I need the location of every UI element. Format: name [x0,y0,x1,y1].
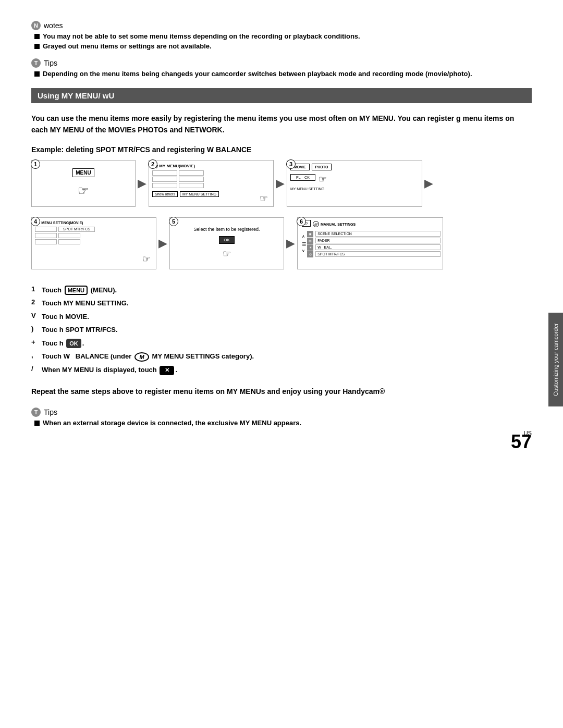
bullet-icon [34,44,40,49]
nav-up: ∧ [302,235,306,239]
arrow-icon-2: ▶ [274,177,287,190]
step1-content: MENU ☞ [72,168,94,198]
steps-row-1: 1 MENU ☞ ▶ 2 My MY MENU(MOVIE) Show othe… [31,160,532,207]
notes-text-1: You may not be able to set some menu ite… [43,32,360,40]
x-badge: ✕ [160,366,174,375]
instr-item-1: 1 Touch MENU (MENU). [31,285,532,295]
step2-rows [152,170,270,188]
step5-hand-icon: ☞ [223,248,231,260]
step3-hand-icon: ☞ [319,174,327,185]
step-number-4: 4 [31,217,40,226]
step-2: 2 My MY MENU(MOVIE) Show others MY MENU … [149,160,274,207]
playback-btn[interactable]: PL CK [290,174,315,181]
notes-item-1: You may not be able to set some menu ite… [34,32,532,40]
step-6: 6 ⊃ M MANUAL SETTINGS ∧ ≡ ∨ [297,217,443,269]
instr-num-6: , [31,351,39,359]
instr-text-3: Touc h MOVIE. [42,312,89,322]
tips-item-1: Depending on the menu items being change… [34,70,532,78]
step4-cell [35,239,57,244]
instr-num-3: V [31,312,39,319]
instr-item-3: V Touc h MOVIE. [31,312,532,322]
bullet-icon [34,71,40,77]
instr-text-4: Touc h SPOT MTR/FCS. [42,325,118,335]
arrow-icon-4: ▶ [156,237,169,250]
step6-right: ▣ SCENE SELECTION ▤ FADER ☀ W BAL. [307,231,440,257]
tips-icon-2: T [31,408,41,417]
arrow-icon-3: ▶ [422,177,435,190]
nav-down: ∨ [302,249,306,253]
instr-item-6: , Touch W BALANCE (under M MY MENU SETTI… [31,351,532,362]
m-badge: M [313,221,319,227]
ok-button[interactable]: OK [219,236,235,244]
tips-text-1: Depending on the menu items being change… [43,70,472,78]
bullet-icon [34,421,40,426]
repeat-paragraph: Repeat the same steps above to register … [31,386,532,397]
step-number-6: 6 [297,217,306,226]
step4-cell [58,233,80,238]
instr-text-5: Touc h OK. [42,338,84,349]
step4-spot-cell: SPOT MTR/FCS [58,227,95,232]
side-tab-text: Customizing your camcorder [553,323,559,396]
instr-item-4: ) Touc h SPOT MTR/FCS. [31,325,532,335]
instr-num-1: 1 [31,285,39,293]
example-heading: Example: deleting SPOT MTR/FCS and regis… [31,145,532,154]
step2-inner: My MY MENU(MOVIE) Show others MY MENU SE… [149,161,273,197]
icon-fader: ▤ [307,238,313,244]
step5-text: Select the item to be registered. [193,227,260,232]
step6-inner: ⊃ M MANUAL SETTINGS ∧ ≡ ∨ [298,218,443,260]
instr-text-6: Touch W BALANCE (under M MY MENU SETTING… [42,351,254,362]
step4-cell [35,233,57,238]
icon-scene: ▣ [307,231,313,237]
arrow-icon-5: ▶ [284,237,297,250]
step6-left: ∧ ≡ ∨ [302,231,306,257]
notes-item-2: Grayed out menu items or settings are no… [34,42,532,50]
tips-header-2: T Tips [31,408,532,417]
page-number: 57 [511,431,532,453]
m-circle-badge: M [134,352,149,362]
section-heading: Using MY MENU/ wU [31,88,532,103]
photo-tab[interactable]: PHOTO [312,164,332,170]
step4-title: MY MENU SETTING(MOVIE) [35,221,153,225]
instr-num-2: 2 [31,298,39,306]
instructions-list: 1 Touch MENU (MENU). 2 Touch MY MENU SET… [31,285,532,375]
instr-item-5: + Touc h OK. [31,338,532,349]
hand-pointer-icon: ☞ [78,183,89,198]
my-menu-setting-button[interactable]: MY MENU SETTING [180,191,219,197]
step4-hand-icon: ☞ [142,253,151,265]
step2-buttons: Show others MY MENU SETTING [152,191,270,197]
icon-spot: ◎ [307,251,313,257]
ok-badge: OK [66,339,81,348]
steps-row-2: 4 MY MENU SETTING(MOVIE) SPOT MTR/FCS [31,217,532,269]
step-number-1: 1 [31,159,40,169]
step4-cell [58,239,80,244]
tips-header: T Tips [31,58,532,68]
step6-content: ∧ ≡ ∨ ▣ SCENE SELECTION ▤ FADER [302,231,440,257]
step5-inner: Select the item to be registered. OK ☞ [193,227,260,260]
step3-my-menu-label: MY MENU SETTING [290,187,419,191]
tips-item-2: When an external storage device is conne… [34,419,532,427]
step4-rows: SPOT MTR/FCS [35,227,153,244]
instr-item-7: / When MY MENU is displayed, touch ✕. [31,365,532,375]
tips-title-2: Tips [44,408,57,416]
wbal-item: W BAL. [315,244,440,250]
arrow-icon-1: ▶ [136,177,149,190]
notes-text-2: Grayed out menu items or settings are no… [43,42,212,50]
notes-title: wotes [44,21,63,30]
step-number-5: 5 [169,217,178,226]
scene-selection: SCENE SELECTION [315,231,440,237]
notes-icon: N [31,21,41,30]
menu-badge: MENU [65,286,88,295]
instr-num-5: + [31,338,39,346]
tips-text-2: When an external storage device is conne… [43,419,301,427]
step-5: 5 Select the item to be registered. OK ☞ [169,217,284,269]
step3-tabs: MOVIE PHOTO [290,164,419,170]
step4-inner: MY MENU SETTING(MOVIE) SPOT MTR/FCS [32,218,156,248]
tips-section: T Tips Depending on the menu items being… [31,58,532,78]
bullet-icon [34,34,40,39]
instr-item-2: 2 Touch MY MENU SETTING. [31,298,532,309]
fader-item: FADER [315,238,440,243]
instr-num-7: / [31,365,39,373]
show-others-button[interactable]: Show others [152,191,178,197]
step-1: 1 MENU ☞ [31,160,136,207]
menu-button: MENU [72,168,94,177]
